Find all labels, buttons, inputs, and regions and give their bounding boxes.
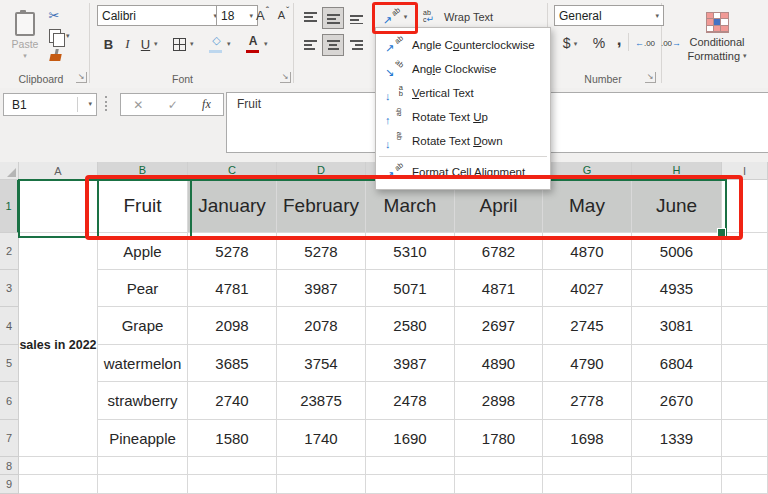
cell-E6[interactable]: 2478 [366, 382, 455, 420]
cell-I9[interactable] [722, 475, 768, 494]
cell-C1[interactable]: January [188, 180, 277, 233]
row-header-5[interactable]: 5 [0, 345, 19, 382]
cell-D4[interactable]: 2078 [277, 307, 366, 345]
chevron-down-icon[interactable]: ▾ [154, 40, 158, 47]
cell-D5[interactable]: 3754 [277, 345, 366, 382]
conditional-formatting-button[interactable]: Conditional Formatting ▾ [668, 4, 766, 68]
cell-I7[interactable] [722, 420, 768, 457]
cell-B5[interactable]: watermelon [98, 345, 188, 382]
cell-E9[interactable] [366, 475, 455, 494]
comma-style-button[interactable]: , [612, 29, 626, 51]
copy-button[interactable] [45, 26, 65, 46]
number-dialog-launcher[interactable]: ↘ [645, 72, 656, 83]
cut-button[interactable]: ✂ [44, 5, 64, 25]
insert-function-icon[interactable]: fx [202, 97, 211, 112]
cell-I8[interactable] [722, 457, 768, 475]
row-header-7[interactable]: 7 [0, 420, 19, 457]
cell-F7[interactable]: 1780 [455, 420, 543, 457]
paste-button[interactable]: Paste ▾ [6, 4, 44, 66]
fill-color-button[interactable]: ◇ [206, 31, 227, 55]
row-header-8[interactable]: 8 [0, 457, 19, 475]
cell-F6[interactable]: 2898 [455, 382, 543, 420]
cell-B7[interactable]: Pineapple [98, 420, 188, 457]
bottom-align-button[interactable] [345, 7, 367, 29]
increase-decimal-button[interactable]: ← .00 [632, 32, 658, 54]
row-header-6[interactable]: 6 [0, 382, 19, 420]
font-name-combobox[interactable]: Calibri ▾ [97, 5, 222, 26]
enter-icon[interactable]: ✓ [168, 98, 178, 112]
cell-A1[interactable] [19, 180, 98, 233]
cell-D3[interactable]: 3987 [277, 270, 366, 307]
format-painter-button[interactable] [45, 48, 65, 66]
cell-B6[interactable]: strawberry [98, 382, 188, 420]
borders-button[interactable] [168, 33, 190, 55]
cell-C4[interactable]: 2098 [188, 307, 277, 345]
cell-A9[interactable] [19, 475, 98, 494]
decrease-font-size-button[interactable]: A ˇ [273, 4, 294, 26]
cell-I2[interactable] [722, 233, 768, 270]
column-header-A[interactable]: A [19, 162, 98, 180]
cell-G5[interactable]: 4790 [543, 345, 632, 382]
menu-item-format-cell-alignment[interactable]: ↗abFormat Cell Alignment [376, 160, 550, 184]
cell-I4[interactable] [722, 307, 768, 345]
menu-item-vertical-text[interactable]: ↓abVertical Text [376, 81, 550, 105]
cell-C9[interactable] [188, 475, 277, 494]
cell-I3[interactable] [722, 270, 768, 307]
fill-handle[interactable] [717, 228, 726, 237]
top-align-button[interactable] [299, 7, 321, 29]
cell-B3[interactable]: Pear [98, 270, 188, 307]
orientation-button[interactable]: ↗ ab ▾ [377, 5, 413, 28]
cell-B9[interactable] [98, 475, 188, 494]
column-header-H[interactable]: H [632, 162, 722, 180]
cell-G9[interactable] [543, 475, 632, 494]
row-header-2[interactable]: 2 [0, 233, 19, 270]
cell-H2[interactable]: 5006 [632, 233, 722, 270]
cell-H4[interactable]: 3081 [632, 307, 722, 345]
cell-H3[interactable]: 4935 [632, 270, 722, 307]
cell-G6[interactable]: 2778 [543, 382, 632, 420]
cell-D9[interactable] [277, 475, 366, 494]
menu-item-angle-counterclockwise[interactable]: ↗abAngle Counterclockwise [376, 33, 550, 57]
cell-C5[interactable]: 3685 [188, 345, 277, 382]
chevron-down-icon[interactable]: ▾ [264, 40, 268, 47]
align-right-button[interactable] [345, 34, 367, 56]
chevron-down-icon[interactable]: ▾ [190, 40, 194, 47]
cell-E3[interactable]: 5071 [366, 270, 455, 307]
cell-E5[interactable]: 3987 [366, 345, 455, 382]
cell-B1[interactable]: Fruit [98, 180, 188, 233]
cell-G3[interactable]: 4027 [543, 270, 632, 307]
cell-C3[interactable]: 4781 [188, 270, 277, 307]
formula-bar-resize-handle[interactable] [105, 96, 107, 111]
cell-F3[interactable]: 4871 [455, 270, 543, 307]
cell-D1[interactable]: February [277, 180, 366, 233]
cell-A2-A7-merged[interactable]: sales in 2022 [19, 233, 98, 457]
wrap-text-button[interactable]: ab c↵ Wrap Text [422, 6, 524, 28]
middle-align-button[interactable] [322, 7, 344, 29]
column-header-I[interactable]: I [722, 162, 768, 180]
menu-item-rotate-text-up[interactable]: ↑abRotate Text Up [376, 105, 550, 129]
cell-E2[interactable]: 5310 [366, 233, 455, 270]
increase-font-size-button[interactable]: A ˆ [252, 4, 273, 26]
cell-G8[interactable] [543, 457, 632, 475]
cell-F2[interactable]: 6782 [455, 233, 543, 270]
cell-G7[interactable]: 1698 [543, 420, 632, 457]
name-box[interactable]: B1 ▾ [3, 93, 97, 116]
cell-C2[interactable]: 5278 [188, 233, 277, 270]
column-header-G[interactable]: G [543, 162, 632, 180]
italic-button[interactable]: I [119, 33, 136, 55]
cell-D6[interactable]: 23875 [277, 382, 366, 420]
cell-H6[interactable]: 2670 [632, 382, 722, 420]
cell-F4[interactable]: 2697 [455, 307, 543, 345]
row-header-1[interactable]: 1 [0, 180, 19, 233]
cell-H9[interactable] [632, 475, 722, 494]
cell-F8[interactable] [455, 457, 543, 475]
cancel-icon[interactable]: ✕ [133, 98, 143, 112]
align-left-button[interactable] [299, 34, 321, 56]
cell-I1[interactable] [722, 180, 768, 233]
cell-H1[interactable]: June [632, 180, 722, 233]
center-button[interactable] [322, 34, 344, 56]
font-color-button[interactable]: A [243, 31, 263, 55]
clipboard-dialog-launcher[interactable]: ↘ [76, 72, 87, 83]
cell-D7[interactable]: 1740 [277, 420, 366, 457]
number-format-combobox[interactable]: General ▾ [554, 5, 664, 26]
